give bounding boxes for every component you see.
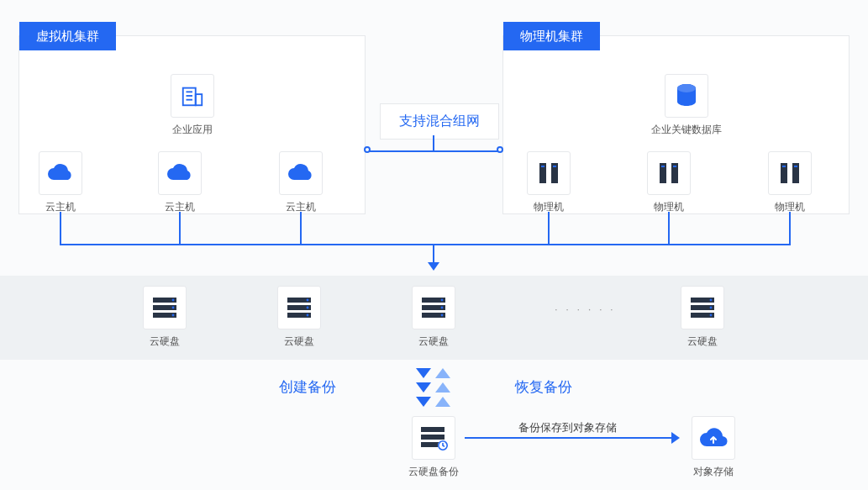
cloud-disk-node: 云硬盘 <box>272 286 326 349</box>
svg-rect-14 <box>673 166 676 167</box>
connector-endpoint-icon <box>497 146 503 153</box>
mixed-networking-label: 支持混合组网 <box>380 103 499 140</box>
svg-point-41 <box>710 307 713 309</box>
svg-rect-18 <box>794 166 797 167</box>
cloud-icon <box>39 151 82 195</box>
connector <box>434 244 791 245</box>
pm-host-node: 物理机 <box>763 151 817 214</box>
arrow-right-icon <box>671 432 680 444</box>
triangle-up-icon <box>435 397 450 407</box>
arrow-down-icon <box>428 262 439 271</box>
ellipsis: · · · · · · <box>555 303 616 315</box>
svg-rect-10 <box>553 166 556 167</box>
enterprise-db-label: 企业关键数据库 <box>640 123 733 137</box>
building-icon <box>171 74 214 118</box>
restore-backup-label: 恢复备份 <box>515 377 572 397</box>
svg-point-23 <box>172 307 175 309</box>
svg-point-35 <box>441 307 444 309</box>
disk-backup-label: 云硬盘备份 <box>402 465 465 479</box>
svg-rect-44 <box>421 435 445 440</box>
svg-rect-9 <box>541 166 544 167</box>
vm-host-node: 云主机 <box>274 151 328 214</box>
connector <box>668 212 670 245</box>
triangle-down-icon <box>416 368 431 378</box>
triangle-up-icon <box>435 382 450 393</box>
disk-backup-icon <box>412 416 455 460</box>
connector <box>789 212 791 245</box>
triangle-up-icon <box>435 368 450 378</box>
architecture-diagram: 虚拟机集群 企业应用 云主机 云主机 云主机 物理机集群 企业关键数据库 物理机… <box>0 0 868 490</box>
enterprise-app-label: 企业应用 <box>159 123 226 137</box>
connector <box>433 244 434 264</box>
connector <box>300 212 302 245</box>
enterprise-db-node: 企业关键数据库 <box>640 74 733 137</box>
svg-point-30 <box>307 314 309 317</box>
cloud-disk-node: 云硬盘 <box>676 286 729 349</box>
connector <box>370 150 499 152</box>
svg-rect-13 <box>661 166 665 167</box>
cloud-disk-node: 云硬盘 <box>407 286 460 349</box>
svg-rect-1 <box>196 94 203 105</box>
connector <box>465 437 673 439</box>
create-backup-label: 创建备份 <box>279 377 336 397</box>
triangle-down-icon <box>416 397 431 407</box>
svg-point-6 <box>677 84 696 92</box>
disk-icon <box>143 286 187 329</box>
disk-icon <box>412 286 455 329</box>
pm-host-node: 物理机 <box>642 151 696 214</box>
cloud-upload-icon <box>692 416 735 460</box>
triangle-down-icon <box>416 382 431 393</box>
server-icon <box>527 151 571 195</box>
connector <box>433 135 434 150</box>
object-storage-node: 对象存储 <box>682 416 744 479</box>
connector <box>60 212 61 245</box>
save-to-object-label: 备份保存到对象存储 <box>518 420 617 435</box>
server-icon <box>647 151 691 195</box>
database-icon <box>665 74 708 118</box>
cloud-icon <box>158 151 202 195</box>
disk-backup-node: 云硬盘备份 <box>402 416 465 479</box>
connector <box>179 212 181 245</box>
svg-point-36 <box>441 314 444 317</box>
svg-point-24 <box>172 314 175 317</box>
pm-host-node: 物理机 <box>522 151 576 214</box>
svg-point-40 <box>710 299 713 302</box>
vm-host-node: 云主机 <box>34 151 87 214</box>
connector-endpoint-icon <box>364 146 371 153</box>
cloud-disk-node: 云硬盘 <box>138 286 192 349</box>
connector <box>60 244 434 245</box>
server-icon <box>768 151 812 195</box>
svg-point-22 <box>172 299 175 302</box>
svg-point-42 <box>710 314 713 317</box>
disk-icon <box>277 286 321 329</box>
enterprise-app-node: 企业应用 <box>159 74 226 137</box>
object-storage-label: 对象存储 <box>682 465 744 479</box>
vm-host-node: 云主机 <box>153 151 207 214</box>
svg-rect-43 <box>421 427 445 432</box>
pm-cluster-title: 物理机集群 <box>503 22 600 50</box>
cloud-icon <box>279 151 323 195</box>
connector <box>548 212 550 245</box>
svg-rect-17 <box>782 166 786 167</box>
svg-point-28 <box>307 299 309 302</box>
vm-cluster-title: 虚拟机集群 <box>19 22 116 50</box>
svg-point-34 <box>441 299 444 302</box>
disk-icon <box>681 286 724 329</box>
svg-point-29 <box>307 307 309 309</box>
